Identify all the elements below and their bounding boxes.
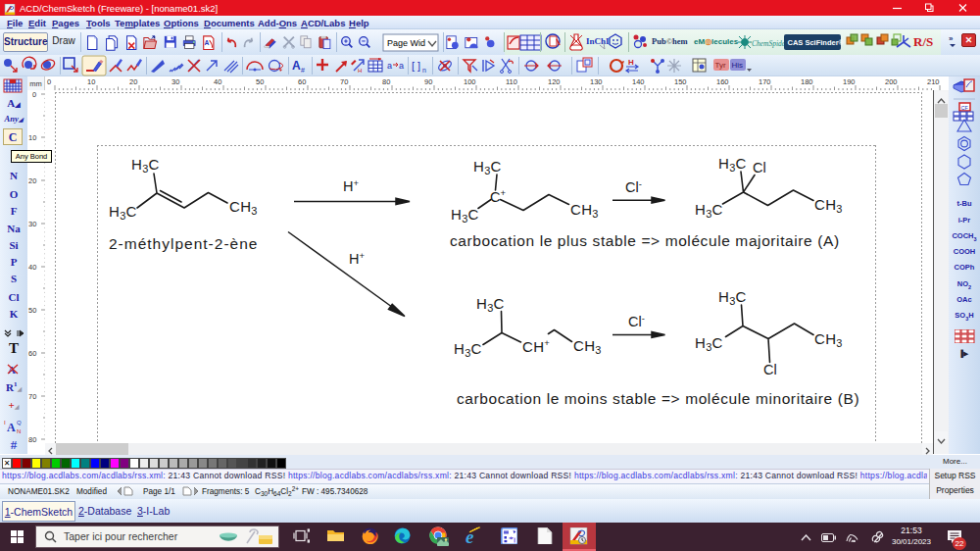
svg-text:n: n: [422, 67, 426, 74]
svg-text:Cl-: Cl-: [628, 313, 645, 329]
svg-text:210: 210: [927, 77, 940, 86]
svg-text:110: 110: [506, 77, 517, 86]
svg-text:CH3: CH3: [814, 330, 843, 349]
svg-text:CAS SciFinder®: CAS SciFinder®: [788, 38, 845, 47]
svg-text:50: 50: [28, 306, 36, 315]
svg-text:eM◎lecules: eM◎lecules: [694, 37, 739, 46]
svg-text:Q: Q: [17, 420, 22, 426]
svg-text:CH+: CH+: [522, 337, 550, 355]
svg-text:ChemSpider: ChemSpider: [752, 39, 788, 48]
svg-text:190: 190: [843, 77, 856, 86]
svg-text:I: I: [4, 420, 6, 426]
svg-text:CF: CF: [961, 105, 969, 111]
svg-text:InChI: InChI: [586, 36, 610, 46]
svg-text:H3C: H3C: [718, 288, 747, 307]
svg-text:#: #: [301, 67, 305, 74]
svg-text:90: 90: [424, 77, 432, 86]
svg-text:CH3: CH3: [229, 198, 258, 217]
svg-text:80: 80: [28, 435, 36, 443]
svg-text:170: 170: [759, 77, 771, 86]
svg-text:Tyr: Tyr: [715, 61, 726, 70]
svg-text:H3C: H3C: [454, 340, 482, 359]
svg-text:CH3: CH3: [573, 337, 602, 356]
svg-text:60: 60: [298, 77, 306, 86]
svg-text:[ ]: [ ]: [412, 60, 420, 72]
svg-text:H: H: [628, 58, 634, 67]
svg-text:60: 60: [28, 349, 36, 358]
svg-text:His: His: [732, 61, 744, 70]
svg-text:140: 140: [632, 77, 645, 86]
svg-text:H3C: H3C: [695, 201, 723, 220]
svg-text:30: 30: [28, 220, 36, 228]
svg-text:a: a: [399, 61, 404, 71]
svg-text:C+: C+: [490, 187, 506, 205]
svg-text:Cl-: Cl-: [625, 178, 642, 195]
svg-text:20: 20: [28, 176, 36, 185]
svg-text:H3C: H3C: [476, 295, 505, 314]
svg-text:2-méthylpent-2-ène: 2-méthylpent-2-ène: [109, 235, 258, 252]
svg-text:200: 200: [885, 77, 898, 86]
svg-text:H3C: H3C: [473, 158, 502, 176]
svg-text:R/S: R/S: [913, 34, 933, 49]
svg-text:0: 0: [32, 90, 36, 99]
svg-text:H3C: H3C: [451, 206, 479, 225]
svg-text:180: 180: [801, 77, 813, 86]
svg-text:A: A: [292, 59, 301, 73]
svg-text:H3C: H3C: [695, 334, 723, 353]
svg-text:carbocation le moins stable =>: carbocation le moins stable => molécule …: [457, 390, 859, 407]
svg-text:A: A: [205, 39, 210, 46]
svg-text:CH3: CH3: [814, 196, 843, 215]
svg-text:CH3: CH3: [570, 201, 599, 220]
svg-text:120: 120: [548, 77, 561, 86]
svg-text:H+: H+: [343, 177, 359, 194]
svg-text:70: 70: [340, 77, 348, 86]
svg-text:Cl: Cl: [763, 362, 777, 377]
svg-text:150: 150: [674, 77, 687, 86]
svg-text:N: N: [17, 428, 21, 434]
svg-text:a: a: [387, 61, 392, 71]
svg-text:80: 80: [382, 77, 390, 86]
svg-text:20: 20: [129, 77, 137, 86]
svg-text:H3C: H3C: [109, 203, 137, 222]
svg-text:10: 10: [28, 133, 36, 142]
svg-text:70: 70: [28, 392, 36, 401]
svg-text:A: A: [7, 421, 16, 434]
svg-text:H3C: H3C: [131, 156, 160, 175]
svg-text:10: 10: [87, 77, 95, 86]
svg-text:Pub©hem: Pub©hem: [652, 36, 688, 46]
svg-text:100: 100: [464, 77, 476, 86]
svg-text:50: 50: [256, 77, 264, 86]
svg-text:Cl: Cl: [753, 160, 766, 175]
svg-text:H+: H+: [349, 250, 365, 267]
svg-text:0: 0: [47, 77, 51, 86]
svg-text:Page Wid: Page Wid: [387, 38, 425, 48]
svg-text:H3C: H3C: [718, 155, 747, 174]
svg-text:»: »: [949, 34, 954, 43]
svg-text:160: 160: [716, 77, 729, 86]
svg-text:H: H: [358, 68, 362, 74]
svg-text:carbocation le plus stable =>: carbocation le plus stable => molécule m…: [450, 232, 840, 249]
svg-text:40: 40: [28, 263, 36, 272]
svg-text:30: 30: [172, 77, 179, 86]
svg-text:40: 40: [214, 77, 221, 86]
svg-text:130: 130: [590, 77, 603, 86]
